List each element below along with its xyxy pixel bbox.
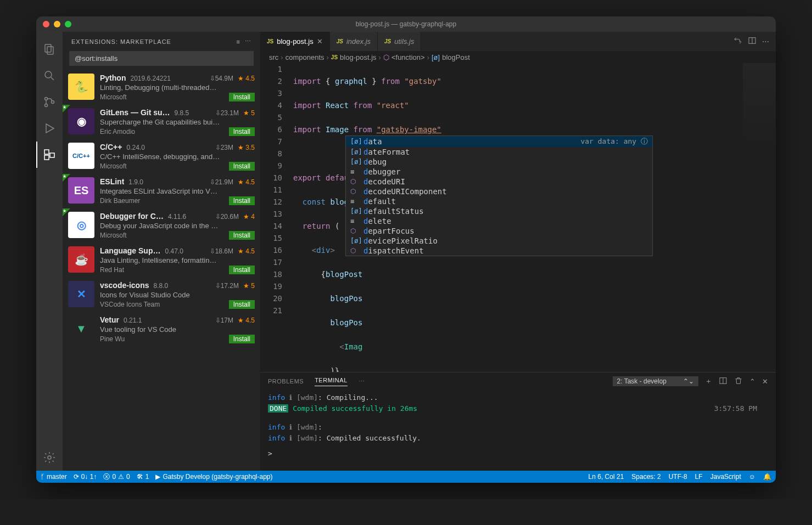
notifications-icon[interactable]: 🔔 bbox=[763, 473, 771, 481]
extension-item[interactable]: ◉ GitLens — Git su… 9.8.5 ⇩23.1M ★ 5 Sup… bbox=[63, 105, 260, 139]
intellisense-item[interactable]: [ø]datavar data: any ⓘ bbox=[346, 136, 652, 147]
intellisense-item[interactable]: ≡debugger bbox=[346, 167, 652, 177]
split-editor-icon[interactable] bbox=[748, 36, 757, 47]
maximize-panel-icon[interactable]: ⌃ bbox=[749, 377, 755, 386]
extension-rating: ★ 4.5 bbox=[238, 317, 255, 324]
minimize-window-icon[interactable] bbox=[54, 21, 60, 27]
install-button[interactable]: Install bbox=[229, 162, 255, 171]
code-editor[interactable]: 123456789101112131415161718192021 import… bbox=[260, 63, 776, 372]
extension-item[interactable]: ◎ Debugger for C… 4.11.6 ⇩20.6M ★ 4 Debu… bbox=[63, 208, 260, 243]
breadcrumb[interactable]: src› components› JSblog-post.js› ⬡<funct… bbox=[260, 51, 776, 63]
more-actions-icon[interactable]: ⋯ bbox=[762, 37, 769, 46]
extension-item[interactable]: ES ESLint 1.9.0 ⇩21.9M ★ 4.5 Integrates … bbox=[63, 174, 260, 208]
intellisense-item[interactable]: ≡default bbox=[346, 196, 652, 206]
extension-item[interactable]: ☕ Language Sup… 0.47.0 ⇩18.6M ★ 4.5 Java… bbox=[63, 243, 260, 278]
install-button[interactable]: Install bbox=[229, 231, 255, 240]
install-button[interactable]: Install bbox=[229, 93, 255, 101]
intellisense-item[interactable]: [ø]debug bbox=[346, 157, 652, 167]
kill-terminal-icon[interactable] bbox=[734, 376, 743, 387]
source-control-icon[interactable] bbox=[36, 89, 63, 115]
extensions-list: 🐍 Python 2019.6.24221 ⇩54.9M ★ 4.5 Linti… bbox=[63, 70, 260, 471]
explorer-icon[interactable] bbox=[36, 36, 63, 63]
install-button[interactable]: Install bbox=[229, 127, 255, 136]
new-terminal-icon[interactable]: ＋ bbox=[705, 376, 712, 386]
install-button[interactable]: Install bbox=[229, 196, 255, 205]
breadcrumb-item[interactable]: blog-post.js bbox=[340, 53, 376, 61]
debug-icon[interactable] bbox=[36, 115, 63, 142]
breadcrumb-item[interactable]: <function> bbox=[391, 53, 425, 61]
intellisense-item[interactable]: ⬡dispatchEvent bbox=[346, 246, 652, 256]
editor-tab[interactable]: JSblog-post.js✕ bbox=[260, 32, 330, 51]
titlebar: blog-post.js — gatsby-graphql-app bbox=[36, 16, 776, 32]
editor-tab[interactable]: JSindex.js bbox=[330, 32, 378, 51]
tab-label: utils.js bbox=[394, 37, 414, 46]
extension-item[interactable]: ✕ vscode-icons 8.8.0 ⇩17.2M ★ 5 Icons fo… bbox=[63, 278, 260, 312]
extension-rating: ★ 3.5 bbox=[238, 144, 255, 151]
close-window-icon[interactable] bbox=[43, 21, 49, 27]
extension-item[interactable]: 🐍 Python 2019.6.24221 ⇩54.9M ★ 4.5 Linti… bbox=[63, 70, 260, 105]
more-icon[interactable]: ⋯ bbox=[245, 38, 251, 45]
intellisense-item[interactable]: ⬡decodeURIComponent bbox=[346, 187, 652, 196]
intellisense-popup[interactable]: [ø]datavar data: any ⓘ[ø]dateFormat[ø]de… bbox=[345, 136, 653, 256]
editor-tab[interactable]: JSutils.js bbox=[378, 32, 421, 51]
extension-search-input[interactable]: @sort:installs bbox=[69, 51, 254, 66]
extension-icon: ES bbox=[68, 177, 94, 204]
bottom-panel: Problems Terminal ⋯ 2: Task - develop⌃⌄ … bbox=[260, 372, 776, 471]
panel-more-icon[interactable]: ⋯ bbox=[359, 378, 365, 385]
install-button[interactable]: Install bbox=[229, 300, 255, 309]
minimap[interactable] bbox=[743, 63, 776, 151]
feedback-icon[interactable]: ☺ bbox=[749, 473, 755, 481]
intellisense-item[interactable]: ≡delete bbox=[346, 216, 652, 226]
suggestion-label: decodeURI bbox=[363, 177, 405, 186]
extension-name: C/C++ bbox=[100, 143, 122, 151]
search-icon[interactable] bbox=[36, 63, 63, 89]
task-status[interactable]: ▶ Gatsby Develop (gatsby-graphql-app) bbox=[155, 473, 272, 481]
intellisense-item[interactable]: ⬡departFocus bbox=[346, 226, 652, 236]
problems-tab[interactable]: Problems bbox=[268, 378, 304, 385]
encoding-status[interactable]: UTF-8 bbox=[669, 473, 687, 481]
indent-status[interactable]: Spaces: 2 bbox=[631, 473, 660, 481]
settings-gear-icon[interactable] bbox=[36, 444, 63, 471]
close-panel-icon[interactable]: ✕ bbox=[762, 377, 768, 386]
breadcrumb-item[interactable]: src bbox=[269, 53, 278, 61]
extensions-icon[interactable] bbox=[36, 142, 63, 168]
symbol-icon: ⬡ bbox=[350, 227, 359, 235]
intellisense-item[interactable]: [ø]devicePixelRatio bbox=[346, 236, 652, 246]
intellisense-item[interactable]: [ø]dateFormat bbox=[346, 147, 652, 157]
compare-icon[interactable] bbox=[733, 36, 742, 47]
suggestion-label: debugger bbox=[363, 167, 400, 176]
maximize-window-icon[interactable] bbox=[65, 21, 71, 27]
extension-downloads: ⇩20.6M bbox=[215, 213, 239, 221]
git-branch[interactable]: ᚶ master bbox=[41, 473, 67, 481]
breadcrumb-item[interactable]: components bbox=[285, 53, 324, 61]
eol-status[interactable]: LF bbox=[695, 473, 703, 481]
extension-name: Language Sup… bbox=[100, 246, 160, 255]
install-button[interactable]: Install bbox=[229, 266, 255, 274]
filter-icon[interactable]: ≡ bbox=[237, 38, 240, 45]
cursor-position[interactable]: Ln 6, Col 21 bbox=[589, 473, 624, 481]
suggestion-label: dispatchEvent bbox=[363, 246, 424, 255]
symbol-icon: [ø] bbox=[350, 207, 359, 215]
extension-item[interactable]: ▼ Vetur 0.21.1 ⇩17M ★ 4.5 Vue tooling fo… bbox=[63, 312, 260, 347]
split-terminal-icon[interactable] bbox=[719, 376, 727, 387]
extension-icon: C/C++ bbox=[68, 143, 94, 169]
extension-downloads: ⇩23M bbox=[215, 144, 233, 151]
extension-publisher: Dirk Baeumer bbox=[100, 197, 140, 205]
git-sync[interactable]: ⟳ 0↓ 1↑ bbox=[74, 473, 97, 481]
problems-status[interactable]: ⓧ 0 ⚠ 0 bbox=[103, 472, 130, 482]
symbol-icon: [ø] bbox=[350, 237, 359, 245]
breadcrumb-item[interactable]: blogPost bbox=[442, 53, 470, 61]
extension-rating: ★ 4.5 bbox=[238, 178, 255, 186]
extension-item[interactable]: C/C++ C/C++ 0.24.0 ⇩23M ★ 3.5 C/C++ Inte… bbox=[63, 139, 260, 174]
terminal-tab[interactable]: Terminal bbox=[315, 377, 348, 386]
close-tab-icon[interactable]: ✕ bbox=[317, 37, 323, 46]
terminal-selector[interactable]: 2: Task - develop⌃⌄ bbox=[613, 376, 699, 386]
install-button[interactable]: Install bbox=[229, 335, 255, 343]
fixes-status[interactable]: 🛠 1 bbox=[137, 473, 149, 481]
extension-publisher: Eric Amodio bbox=[100, 128, 135, 136]
intellisense-item[interactable]: ⬡decodeURI bbox=[346, 177, 652, 187]
terminal-output[interactable]: info ℹ [wdm]: Compiling... DONE Compiled… bbox=[260, 390, 776, 471]
svg-point-9 bbox=[48, 456, 51, 459]
intellisense-item[interactable]: [ø]defaultStatus bbox=[346, 206, 652, 216]
language-status[interactable]: JavaScript bbox=[710, 473, 741, 481]
